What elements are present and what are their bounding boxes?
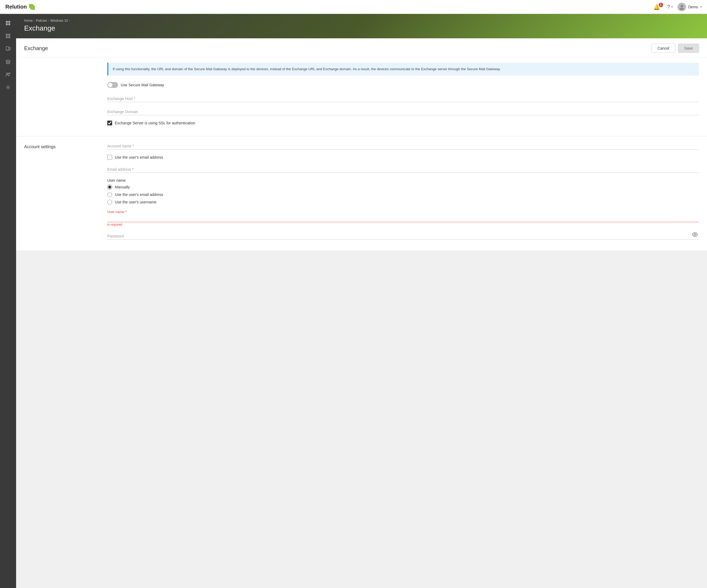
svg-rect-13 (7, 37, 8, 38)
sidebar (0, 14, 16, 588)
toggle-slider (107, 82, 118, 88)
help-button[interactable]: ? ▾ (667, 4, 673, 10)
svg-rect-3 (8, 21, 10, 23)
main-content: Home › Policies › Windows 10 › Exchange … (16, 14, 707, 588)
breadcrumb-policies[interactable]: Policies (36, 19, 47, 23)
exchange-domain-group (107, 107, 699, 115)
svg-rect-8 (9, 34, 10, 35)
card-title: Exchange (24, 45, 48, 51)
sidebar-item-users[interactable] (2, 69, 14, 80)
svg-point-18 (6, 73, 8, 74)
svg-point-19 (9, 73, 10, 74)
notification-badge: 1 (659, 3, 663, 7)
user-chevron: ▾ (700, 5, 702, 8)
info-box-text: If using this functionality, the URL and… (113, 67, 501, 71)
breadcrumb-windows10[interactable]: Windows 10 (50, 19, 68, 23)
notifications-button[interactable]: 🔔 1 ▾ (653, 4, 663, 10)
user-menu-button[interactable]: Demo ▾ (677, 3, 702, 11)
use-email-checkbox[interactable] (107, 155, 112, 160)
username-radio-group: User name Manually Use the user's email … (107, 178, 699, 205)
ssl-checkbox-row: Exchange Server is using SSL for authent… (107, 121, 699, 125)
breadcrumb: Home › Policies › Windows 10 › (24, 19, 699, 23)
sidebar-item-dashboard[interactable] (2, 17, 14, 29)
exchange-domain-input[interactable] (107, 107, 699, 115)
radio-manually-label[interactable]: Manually (115, 185, 130, 189)
help-label: ? (667, 4, 670, 10)
logo: Relution (5, 4, 35, 10)
card-header: Exchange Cancel Save (16, 38, 707, 57)
account-name-input[interactable] (107, 142, 699, 150)
nav-right: 🔔 1 ▾ ? ▾ Demo ▾ (653, 3, 702, 11)
layout: Home › Policies › Windows 10 › Exchange … (0, 14, 707, 588)
username-input[interactable] (107, 214, 699, 222)
svg-rect-16 (9, 47, 10, 50)
exchange-card: Exchange Cancel Save If using this funct… (16, 38, 707, 250)
username-field-label: User name * (107, 210, 699, 214)
radio-use-email-input[interactable] (107, 192, 112, 197)
email-address-input[interactable] (107, 165, 699, 173)
hero-title: Exchange (24, 24, 699, 32)
account-settings-title: Account settings (24, 144, 56, 149)
cancel-button[interactable]: Cancel (651, 44, 675, 53)
save-button[interactable]: Save (678, 44, 699, 53)
username-field-group: User name * is required (107, 210, 699, 226)
svg-point-21 (693, 233, 697, 236)
radio-use-username-label[interactable]: Use the user's username (115, 200, 156, 204)
svg-point-0 (680, 5, 683, 7)
svg-point-17 (7, 49, 8, 50)
breadcrumb-sep-3: › (69, 19, 70, 23)
password-visibility-icon[interactable] (692, 232, 698, 238)
hero-header: Home › Policies › Windows 10 › Exchange (16, 14, 707, 38)
svg-point-20 (7, 86, 9, 88)
account-settings-label: Account settings (16, 137, 99, 250)
radio-use-username: Use the user's username (107, 200, 699, 205)
secure-mail-gateway-row: Use Secure Mail Gateway (107, 82, 699, 88)
password-group (107, 232, 699, 240)
svg-rect-12 (6, 37, 7, 38)
ssl-checkbox[interactable] (107, 121, 112, 125)
radio-use-username-input[interactable] (107, 200, 112, 205)
radio-manually-input[interactable] (107, 185, 112, 189)
user-label: Demo (688, 5, 698, 9)
radio-use-email: Use the user's email address (107, 192, 699, 197)
logo-text: Relution (5, 4, 27, 10)
svg-rect-5 (8, 23, 10, 25)
breadcrumb-sep-1: › (34, 19, 35, 23)
card-actions: Cancel Save (651, 44, 699, 53)
exchange-host-group (107, 94, 699, 102)
top-nav: Relution 🔔 1 ▾ ? ▾ Demo ▾ (0, 0, 707, 14)
exchange-fields: If using this functionality, the URL and… (99, 57, 707, 136)
use-email-label[interactable]: Use the user's email address (115, 155, 163, 159)
svg-rect-7 (7, 34, 8, 35)
secure-mail-gateway-toggle[interactable] (107, 82, 118, 88)
svg-rect-10 (7, 35, 8, 36)
svg-rect-2 (6, 21, 8, 23)
svg-rect-14 (9, 37, 10, 38)
sidebar-item-settings[interactable] (2, 81, 14, 93)
ssl-label[interactable]: Exchange Server is using SSL for authent… (115, 121, 195, 125)
svg-rect-11 (9, 35, 10, 36)
exchange-host-input[interactable] (107, 94, 699, 102)
svg-rect-6 (6, 34, 7, 35)
use-email-checkbox-row: Use the user's email address (107, 155, 699, 160)
password-wrapper (107, 232, 699, 240)
breadcrumb-sep-2: › (48, 19, 49, 23)
radio-use-email-label[interactable]: Use the user's email address (115, 192, 163, 197)
username-error-text: is required (107, 223, 699, 226)
account-name-group (107, 142, 699, 150)
username-section-label: User name (107, 178, 699, 183)
account-settings-section: Account settings Use the user's email ad… (16, 137, 707, 250)
sidebar-item-apps[interactable] (2, 30, 14, 42)
avatar (677, 3, 686, 11)
svg-rect-9 (6, 35, 7, 36)
logo-icon (29, 4, 35, 10)
password-input[interactable] (107, 232, 699, 240)
exchange-section: If using this functionality, the URL and… (16, 57, 707, 136)
email-address-group (107, 165, 699, 173)
sidebar-item-learning[interactable] (2, 56, 14, 68)
info-box: If using this functionality, the URL and… (107, 63, 699, 76)
sidebar-item-devices[interactable] (2, 43, 14, 55)
radio-manually: Manually (107, 185, 699, 189)
help-chevron: ▾ (671, 5, 673, 8)
breadcrumb-home[interactable]: Home (24, 19, 33, 23)
